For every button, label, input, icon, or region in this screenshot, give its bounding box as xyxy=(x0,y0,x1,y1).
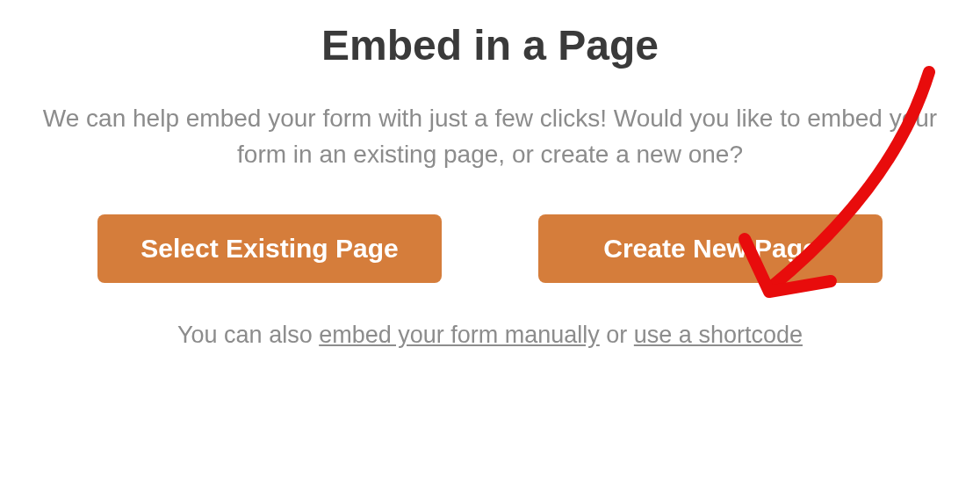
footer-prefix: You can also xyxy=(177,322,319,348)
dialog-subtitle: We can help embed your form with just a … xyxy=(25,101,955,172)
create-new-page-button[interactable]: Create New Page xyxy=(538,214,883,283)
use-shortcode-link[interactable]: use a shortcode xyxy=(634,322,803,348)
footer-middle: or xyxy=(600,322,634,348)
embed-manually-link[interactable]: embed your form manually xyxy=(319,322,600,348)
button-row: Select Existing Page Create New Page xyxy=(97,214,883,283)
dialog-title: Embed in a Page xyxy=(321,21,659,69)
footer-text: You can also embed your form manually or… xyxy=(177,322,803,349)
select-existing-page-button[interactable]: Select Existing Page xyxy=(97,214,442,283)
